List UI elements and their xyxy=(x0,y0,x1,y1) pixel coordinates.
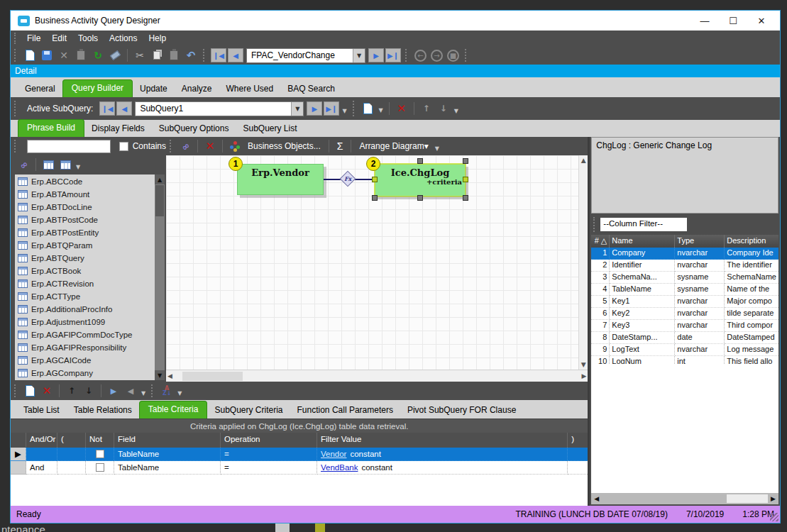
overflow-chevron-icon[interactable]: ▼ xyxy=(141,390,145,397)
tab-baq-search[interactable]: BAQ Search xyxy=(280,81,342,97)
scroll-left-icon[interactable]: ◀ xyxy=(166,371,174,381)
scrollbar-thumb[interactable] xyxy=(727,494,768,503)
last-subquery-icon[interactable]: ▶❙ xyxy=(324,101,339,116)
overflow-chevron-icon[interactable]: ▼ xyxy=(342,108,346,114)
scroll-up-icon[interactable]: ▲ xyxy=(580,155,588,165)
grid-view-icon[interactable] xyxy=(41,158,55,172)
next-icon[interactable]: ▶ xyxy=(106,384,121,398)
not-checkbox[interactable] xyxy=(96,450,104,458)
table-row[interactable]: 5Key1nvarcharMajor compo xyxy=(591,296,778,308)
minimize-button[interactable]: — xyxy=(690,11,719,30)
fx-connector-icon[interactable]: Fx xyxy=(340,171,356,187)
chevron-down-icon[interactable]: ▼ xyxy=(291,102,303,116)
table-row[interactable]: 6Key2nvarchartilde separate xyxy=(591,308,778,320)
first-record-icon[interactable]: ❙◀ xyxy=(211,48,226,62)
selection-handle[interactable] xyxy=(463,158,468,164)
eraser-icon[interactable] xyxy=(108,49,122,62)
new-subquery-chevron-icon[interactable]: ▼ xyxy=(379,107,383,113)
menu-item-help[interactable]: Help xyxy=(143,32,172,45)
prev-icon[interactable]: ◀ xyxy=(123,384,138,398)
not-checkbox[interactable] xyxy=(96,463,104,472)
close-button[interactable]: ✕ xyxy=(747,11,776,30)
menu-item-actions[interactable]: Actions xyxy=(104,32,143,45)
openparen-cell[interactable] xyxy=(57,461,86,475)
table-node-vendor[interactable]: Erp.Vendor xyxy=(237,164,324,195)
overflow-chevron-icon[interactable]: ▼ xyxy=(454,108,458,114)
delete-subquery-icon[interactable]: ✕ xyxy=(395,102,409,116)
move-up-icon[interactable]: ↑ xyxy=(419,102,434,116)
filter-value-link[interactable]: Vendor xyxy=(321,450,346,458)
not-cell[interactable] xyxy=(86,448,114,461)
closeparen-cell[interactable] xyxy=(568,461,588,475)
list-item[interactable]: Erp.ACTRevision xyxy=(15,277,155,290)
move-up-icon[interactable]: ↑ xyxy=(65,384,79,398)
list-item[interactable]: Erp.ABTQuery xyxy=(15,252,155,265)
table-row[interactable]: 3SchemaNa...sysnameSchemaName xyxy=(591,272,778,284)
next-record-icon[interactable]: ▶ xyxy=(368,48,384,62)
list-item[interactable]: Erp.ABTPostEntity xyxy=(15,226,155,239)
cut-icon[interactable]: ✂ xyxy=(133,49,147,62)
summary-view-icon[interactable] xyxy=(58,158,72,172)
sort-chevron-icon[interactable]: ▼ xyxy=(177,390,182,397)
business-objects-button[interactable]: Business Objects... xyxy=(248,141,321,151)
column-header-type[interactable]: Type xyxy=(675,235,725,248)
table-list-scrollbar[interactable]: ▲ ▼ xyxy=(155,174,165,380)
next-subquery-icon[interactable]: ▶ xyxy=(307,101,322,116)
tab-display-fields[interactable]: Display Fields xyxy=(84,121,152,137)
list-item[interactable]: Erp.AGAFIPCommDocType xyxy=(15,328,155,341)
column-header-num[interactable]: # △ xyxy=(591,235,610,248)
scroll-left-icon[interactable]: ◀ xyxy=(591,495,602,502)
column-header-andor[interactable]: And/Or xyxy=(26,433,57,448)
new-query-icon[interactable] xyxy=(23,49,37,62)
resize-grip[interactable] xyxy=(770,513,778,521)
column-header-not[interactable]: Not xyxy=(86,433,114,448)
closeparen-cell[interactable] xyxy=(568,448,588,461)
tab-function-call-parameters[interactable]: Function Call Parameters xyxy=(290,402,400,419)
list-item[interactable]: Erp.AGCAICode xyxy=(15,354,155,367)
delete-row-icon[interactable]: ✕ xyxy=(40,384,54,398)
arrange-chevron-icon[interactable]: ▼ xyxy=(435,145,439,152)
table-row[interactable]: 4TableNamesysnameName of the xyxy=(591,284,778,296)
tab-general[interactable]: General xyxy=(18,81,62,97)
selection-handle-left[interactable] xyxy=(372,177,378,182)
filter-value-link[interactable]: VendBank xyxy=(321,463,358,472)
forward-icon[interactable]: → xyxy=(431,50,443,62)
list-item[interactable]: Erp.ABTPostCode xyxy=(15,214,155,226)
tab-pivot-subquery-for-clause[interactable]: Pivot SubQuery FOR Clause xyxy=(400,402,523,419)
subquery-combobox[interactable]: SubQuery1 ▼ xyxy=(135,101,304,116)
tab-table-relations[interactable]: Table Relations xyxy=(67,402,139,419)
filter-value-cell[interactable]: VendBankconstant xyxy=(317,461,568,475)
stop-icon[interactable]: ■ xyxy=(447,50,459,62)
chevron-down-icon[interactable]: ▼ xyxy=(353,49,365,62)
delete-icon[interactable]: ✕ xyxy=(57,49,71,62)
link-tables-icon[interactable]: ∞ xyxy=(178,140,192,153)
last-record-icon[interactable]: ▶❙ xyxy=(385,48,401,62)
tab-table-criteria[interactable]: Table Criteria xyxy=(139,401,208,419)
menu-item-edit[interactable]: Edit xyxy=(46,32,72,45)
save-icon[interactable] xyxy=(40,49,54,62)
column-header-closeparen[interactable]: ) xyxy=(568,433,588,448)
table-node-chglog[interactable]: Ice.ChgLog +criteria xyxy=(375,164,466,196)
prev-record-icon[interactable]: ◀ xyxy=(228,48,243,62)
table-row[interactable]: 2IdentifiernvarcharThe identifier xyxy=(591,260,778,272)
scroll-up-icon[interactable]: ▲ xyxy=(155,174,165,184)
list-item[interactable]: Erp.ABTDocLine xyxy=(15,201,155,214)
business-objects-icon[interactable] xyxy=(228,140,242,153)
list-item[interactable]: Erp.ABCCode xyxy=(15,175,155,188)
list-item[interactable]: Erp.AdditionalProcInfo xyxy=(15,303,155,316)
scroll-right-icon[interactable]: ▶ xyxy=(768,495,778,502)
list-item[interactable]: Erp.Adjustment1099 xyxy=(15,316,155,328)
list-item[interactable]: Erp.ABTQParam xyxy=(15,239,155,252)
new-subquery-icon[interactable] xyxy=(361,102,375,116)
tab-analyze[interactable]: Analyze xyxy=(175,81,219,97)
diagram-vertical-scrollbar[interactable]: ▲ ▼ xyxy=(578,155,588,370)
table-row[interactable]: 1CompanynvarcharCompany Ide xyxy=(591,248,778,260)
operation-cell[interactable]: = xyxy=(221,448,317,461)
list-item[interactable]: Erp.ABTAmount xyxy=(15,188,155,201)
scroll-down-icon[interactable]: ▼ xyxy=(155,370,165,380)
column-header-field[interactable]: Field xyxy=(114,433,221,448)
selection-handle[interactable] xyxy=(372,195,378,201)
arrange-diagram-button[interactable]: Arrange Diagram▾ xyxy=(359,141,428,151)
column-table-scrollbar[interactable]: ◀ ▶ xyxy=(591,493,778,504)
column-header-name[interactable]: Name xyxy=(610,235,675,248)
